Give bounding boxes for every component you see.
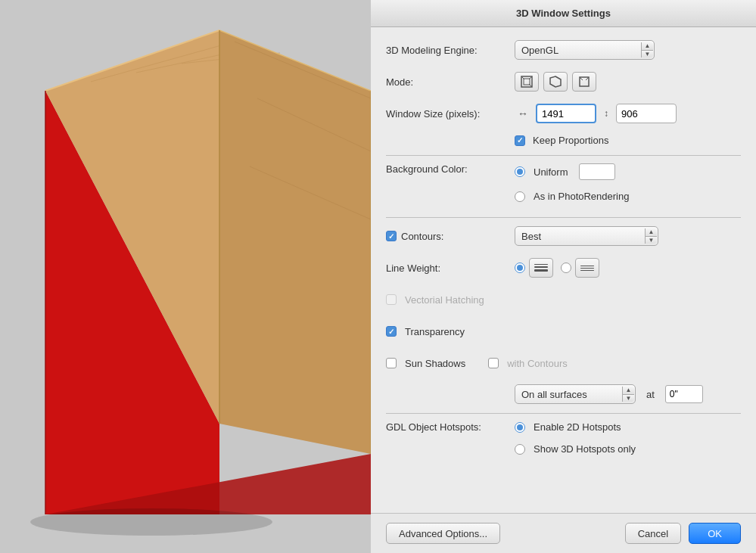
color-swatch[interactable] <box>579 163 615 180</box>
contours-checkbox[interactable] <box>386 231 397 241</box>
as-in-photo-row: As in PhotoRendering <box>515 191 629 202</box>
cancel-button[interactable]: Cancel <box>625 523 681 544</box>
gdl-hotspots-label: GDL Object Hotspots: <box>386 421 515 433</box>
show-3d-radio[interactable] <box>515 444 525 455</box>
line-weight-label: Line Weight: <box>386 263 515 274</box>
svg-point-11 <box>30 508 272 536</box>
mode-btn-3[interactable] <box>572 72 596 92</box>
uniform-label: Uniform <box>534 166 568 178</box>
width-arrow-icon: ↔ <box>518 107 528 120</box>
height-input[interactable] <box>616 104 677 123</box>
uniform-radio[interactable] <box>515 166 525 177</box>
divider-3 <box>386 413 741 414</box>
background-color-label: Background Color: <box>386 163 515 175</box>
as-in-photo-radio[interactable] <box>515 191 525 202</box>
mode-btn-1[interactable] <box>515 72 539 92</box>
surfaces-arrows: ▲ ▼ <box>622 387 634 402</box>
dialog-3d-settings: 3D Window Settings 3D Modeling Engine: O… <box>371 0 756 553</box>
sun-shadows-area: Sun Shadows <box>386 358 465 369</box>
height-arrow-icon: ↕ <box>604 108 608 119</box>
spinner-down[interactable]: ▼ <box>642 51 653 58</box>
window-size-controls: ↔ ↕ <box>515 104 741 123</box>
vectorial-hatching-checkbox[interactable] <box>386 294 397 305</box>
contours-spinner-down[interactable]: ▼ <box>646 237 657 244</box>
modeling-engine-select[interactable]: OpenGL Internal Engine <box>515 40 655 60</box>
transparency-label: Transparency <box>405 326 465 337</box>
dialog-footer: Advanced Options... Cancel OK <box>371 513 756 553</box>
divider-2 <box>386 217 741 218</box>
width-input[interactable] <box>536 104 596 123</box>
contours-controls: Best Fast Wireframe ▲ ▼ <box>515 226 741 246</box>
svg-marker-22 <box>550 76 561 87</box>
ok-button[interactable]: OK <box>689 523 741 544</box>
line-weight-row: Line Weight: <box>386 257 741 278</box>
lw-radio-1[interactable] <box>515 263 525 273</box>
contours-label: Contours: <box>401 231 443 242</box>
background-color-row: Background Color: Uniform As in PhotoRen… <box>386 163 741 207</box>
keep-proportions-label: Keep Proportions <box>533 135 608 146</box>
surfaces-spinner-down[interactable]: ▼ <box>623 395 634 402</box>
svg-rect-21 <box>524 79 530 85</box>
contours-select[interactable]: Best Fast Wireframe <box>515 226 658 246</box>
transparency-row: Transparency <box>386 321 741 342</box>
show-3d-row: Show 3D Hotspots only <box>515 443 636 455</box>
keep-proportions-row: Keep Proportions <box>515 135 741 146</box>
contours-arrows: ▲ ▼ <box>645 228 657 244</box>
gdl-hotspots-controls: Enable 2D Hotspots Show 3D Hotspots only <box>515 421 741 459</box>
footer-right-buttons: Cancel OK <box>625 523 741 544</box>
contours-label-area: Contours: <box>386 231 515 242</box>
enable-2d-label: Enable 2D Hotspots <box>534 421 621 433</box>
lw-radio-2[interactable] <box>561 263 571 273</box>
line-weight-controls <box>515 258 741 278</box>
gdl-hotspots-row: GDL Object Hotspots: Enable 2D Hotspots … <box>386 421 741 459</box>
with-contours-checkbox[interactable] <box>488 358 499 368</box>
sun-shadows-label: Sun Shadows <box>405 358 465 369</box>
lw-option-1 <box>515 258 553 278</box>
background-color-controls: Uniform As in PhotoRendering <box>515 163 741 207</box>
viewport-3d <box>0 0 371 553</box>
with-contours-label: with Contours <box>507 358 567 369</box>
at-label: at <box>646 389 655 400</box>
window-size-row: Window Size (pixels): ↔ ↕ <box>386 103 741 124</box>
contours-select-wrapper[interactable]: Best Fast Wireframe ▲ ▼ <box>515 226 658 246</box>
modeling-engine-arrows: ▲ ▼ <box>641 42 653 57</box>
vectorial-hatching-label: Vectorial Hatching <box>405 294 484 306</box>
as-in-photo-label: As in PhotoRendering <box>534 191 629 202</box>
sun-shadows-checkbox[interactable] <box>386 358 397 368</box>
window-size-label: Window Size (pixels): <box>386 108 515 120</box>
contours-row: Contours: Best Fast Wireframe ▲ ▼ <box>386 225 741 247</box>
lw-icon-1[interactable] <box>529 258 553 278</box>
vectorial-hatching-row: Vectorial Hatching <box>386 289 741 310</box>
mode-btn-2[interactable] <box>543 72 568 92</box>
mode-row: Mode: <box>386 71 741 92</box>
lw-option-2 <box>561 258 599 278</box>
dialog-title: 3D Window Settings <box>371 0 756 27</box>
contours-spinner-up[interactable]: ▲ <box>646 228 657 237</box>
keep-proportions-checkbox[interactable] <box>515 135 525 146</box>
surfaces-select-wrapper[interactable]: On all surfaces On flat surfaces only ▲ … <box>515 384 636 404</box>
divider-1 <box>386 155 741 156</box>
enable-2d-radio[interactable] <box>515 422 525 433</box>
spinner-up[interactable]: ▲ <box>642 42 653 51</box>
uniform-row: Uniform <box>515 163 615 180</box>
sun-sub-row: On all surfaces On flat surfaces only ▲ … <box>515 384 741 404</box>
mode-label: Mode: <box>386 76 515 88</box>
modeling-engine-select-wrapper[interactable]: OpenGL Internal Engine ▲ ▼ <box>515 40 655 60</box>
show-3d-label: Show 3D Hotspots only <box>534 443 636 455</box>
sun-shadows-row: Sun Shadows with Contours <box>386 353 741 374</box>
transparency-checkbox[interactable] <box>386 326 397 337</box>
with-contours-area: with Contours <box>488 358 567 369</box>
modeling-engine-row: 3D Modeling Engine: OpenGL Internal Engi… <box>386 39 741 61</box>
transparency-area: Transparency <box>386 326 465 337</box>
modeling-engine-label: 3D Modeling Engine: <box>386 45 515 56</box>
shadow-value-input[interactable] <box>665 385 703 403</box>
advanced-options-button[interactable]: Advanced Options... <box>386 523 500 544</box>
mode-controls <box>515 72 741 92</box>
lw-icon-2[interactable] <box>575 258 599 278</box>
vectorial-hatching-label-area: Vectorial Hatching <box>386 294 484 306</box>
surfaces-spinner-up[interactable]: ▲ <box>623 387 634 395</box>
svg-marker-7 <box>219 30 371 454</box>
enable-2d-row: Enable 2D Hotspots <box>515 421 621 433</box>
surfaces-select[interactable]: On all surfaces On flat surfaces only <box>515 384 636 404</box>
